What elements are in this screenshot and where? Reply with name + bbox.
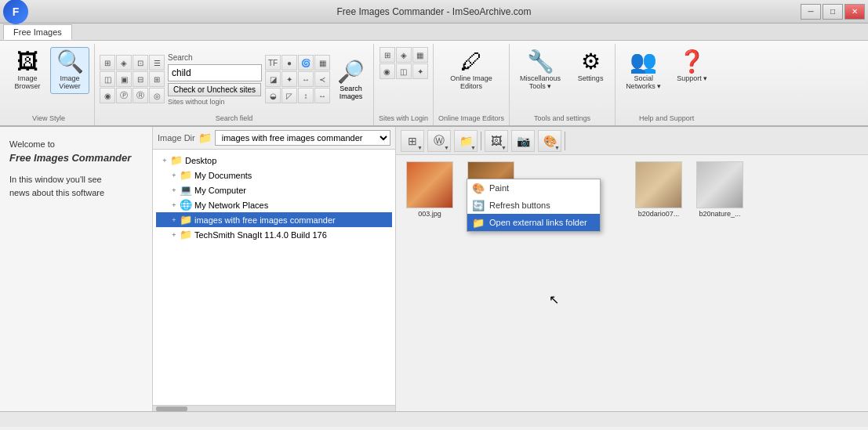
window-title: Free Images Commander - ImSeoArchive.com bbox=[336, 6, 531, 17]
tree-scrollbar[interactable] bbox=[153, 405, 395, 411]
context-menu-paint[interactable]: 🎨 Paint bbox=[467, 179, 600, 197]
image-select-button[interactable]: 🖼 bbox=[485, 130, 508, 152]
color-button[interactable]: 🎨 bbox=[538, 130, 561, 152]
sl-icon-5[interactable]: ◫ bbox=[396, 63, 412, 79]
sites-login-icon-grid: ⊞ ◈ ▦ ◉ ◫ ✦ bbox=[380, 47, 428, 96]
check-sites-dropdown[interactable]: Check or Uncheck sites bbox=[168, 83, 261, 96]
image-browser-button[interactable]: 🖼 ImageBrowser bbox=[8, 47, 47, 94]
path-dropdown[interactable]: images with free images commander bbox=[215, 130, 390, 146]
help-group: 👥 SocialNetworks ▾ ❓ Support ▾ Help and … bbox=[616, 44, 717, 125]
tree-item-desktop[interactable]: + 📁 Desktop bbox=[156, 153, 392, 168]
context-menu-paint-label: Paint bbox=[489, 183, 509, 193]
folder-free-images-icon: 📁 bbox=[180, 214, 192, 226]
expander-my-network: + bbox=[169, 201, 180, 209]
app-title: Free Images Commander bbox=[9, 152, 143, 164]
view-style-group: 🖼 ImageBrowser 🔍 ImageViewer View Style bbox=[3, 44, 95, 125]
icon-cell-8[interactable]: ⊞ bbox=[149, 71, 165, 87]
search-input[interactable] bbox=[168, 64, 262, 81]
support-button[interactable]: ❓ Support ▾ bbox=[671, 47, 713, 86]
refresh-icon: 🔄 bbox=[472, 200, 485, 211]
login-icon-9[interactable]: ◒ bbox=[265, 88, 281, 103]
icon-cell-4[interactable]: ☰ bbox=[149, 55, 165, 70]
thumbnail-b20nature[interactable]: b20nature_... bbox=[692, 161, 747, 218]
login-icon-4[interactable]: ▦ bbox=[314, 55, 330, 70]
camera-button[interactable]: 📷 bbox=[511, 130, 535, 152]
search-wrapper bbox=[168, 64, 262, 81]
folder-my-computer-icon: 💻 bbox=[180, 184, 192, 196]
sl-icon-4[interactable]: ◉ bbox=[380, 63, 395, 79]
icon-cell-1[interactable]: ⊞ bbox=[100, 55, 115, 70]
icon-cell-11[interactable]: Ⓡ bbox=[133, 88, 148, 103]
search-field-group: ⊞ ◈ ⊡ ☰ ◫ ▣ ⊟ ⊞ ◉ Ⓟ Ⓡ ◎ Search bbox=[95, 44, 374, 125]
expander-desktop: + bbox=[159, 157, 170, 164]
right-container: ⊞ Ⓦ 📁 🖼 📷 🎨 003.jpg IMG... 🎨 bbox=[396, 127, 868, 411]
expander-my-computer: + bbox=[169, 186, 180, 194]
open-folder-icon: 📁 bbox=[472, 217, 485, 229]
icon-cell-3[interactable]: ⊡ bbox=[133, 55, 148, 70]
login-icon-1[interactable]: TF bbox=[265, 55, 281, 70]
search-images-button[interactable]: 🔎 SearchImages bbox=[333, 55, 369, 104]
tree-item-my-docs[interactable]: + 📁 My Documents bbox=[156, 168, 392, 182]
thumb-img-b20dario bbox=[635, 161, 682, 208]
mouse-cursor: ↖ bbox=[549, 292, 559, 307]
login-icon-2[interactable]: ● bbox=[281, 55, 297, 70]
grid-view-button[interactable]: ⊞ bbox=[401, 130, 424, 152]
login-icon-6[interactable]: ✦ bbox=[281, 71, 297, 87]
login-icon-5[interactable]: ◪ bbox=[265, 71, 281, 87]
icon-cell-10[interactable]: Ⓟ bbox=[116, 88, 132, 103]
maximize-button[interactable]: □ bbox=[823, 4, 843, 20]
minimize-button[interactable]: ─ bbox=[801, 4, 821, 20]
icon-cell-9[interactable]: ◉ bbox=[100, 88, 115, 103]
misc-tools-button[interactable]: 🔧 MiscellanousTools ▾ bbox=[514, 47, 566, 94]
login-icon-11[interactable]: ↕ bbox=[298, 88, 314, 103]
view-style-label: View Style bbox=[32, 111, 65, 122]
tree-item-my-network[interactable]: + 🌐 My Network Places bbox=[156, 197, 392, 212]
paint-icon: 🎨 bbox=[472, 182, 485, 194]
login-icon-10[interactable]: ◸ bbox=[281, 88, 297, 103]
close-button[interactable]: ✕ bbox=[844, 4, 865, 20]
folder-header-icon: 📁 bbox=[198, 132, 212, 144]
image-viewer-button[interactable]: 🔍 ImageViewer bbox=[50, 47, 89, 94]
icon-cell-6[interactable]: ▣ bbox=[116, 71, 132, 87]
sl-icon-1[interactable]: ⊞ bbox=[380, 47, 395, 63]
settings-button[interactable]: ⚙ Settings bbox=[571, 47, 610, 86]
folder-snagit-icon: 📁 bbox=[180, 229, 192, 240]
login-icon-3[interactable]: 🌀 bbox=[298, 55, 314, 70]
tools-group: 🔧 MiscellanousTools ▾ ⚙ Settings Tools a… bbox=[510, 44, 616, 125]
icon-cell-12[interactable]: ◎ bbox=[149, 88, 165, 103]
tab-bar: Free Images bbox=[0, 23, 868, 41]
folder-view-button[interactable]: 📁 bbox=[454, 130, 478, 152]
icon-cell-2[interactable]: ◈ bbox=[116, 55, 132, 70]
icon-cell-7[interactable]: ⊟ bbox=[133, 71, 148, 87]
app-logo: F bbox=[3, 0, 28, 24]
login-icon-grid: TF ● 🌀 ▦ ◪ ✦ ↔ ≺ ◒ ◸ ↕ ↔ bbox=[265, 55, 330, 103]
login-icon-7[interactable]: ↔ bbox=[298, 71, 314, 87]
login-icon-8[interactable]: ≺ bbox=[314, 71, 330, 87]
tree-item-my-computer[interactable]: + 💻 My Computer bbox=[156, 182, 392, 197]
login-icons-area: TF ● 🌀 ▦ ◪ ✦ ↔ ≺ ◒ ◸ ↕ ↔ bbox=[265, 55, 330, 103]
image-grid: 003.jpg IMG... 🎨 Paint 🔄 Refresh buttons… bbox=[396, 155, 868, 411]
wordpress-button[interactable]: Ⓦ bbox=[427, 130, 451, 152]
thumbnail-b20dario[interactable]: b20dario07... bbox=[631, 161, 686, 218]
tree-item-snagit[interactable]: + 📁 TechSmith SnagIt 11.4.0 Build 176 bbox=[156, 227, 392, 242]
tree-item-free-images[interactable]: + 📁 images with free images commander bbox=[156, 212, 392, 227]
tree-area[interactable]: + 📁 Desktop + 📁 My Documents + 💻 My Comp… bbox=[153, 150, 395, 405]
online-editors-button[interactable]: 🖊 Online ImageEditors bbox=[445, 47, 498, 94]
social-networks-button[interactable]: 👥 SocialNetworks ▾ bbox=[620, 47, 666, 94]
tab-free-images[interactable]: Free Images bbox=[3, 24, 72, 40]
context-menu-open-folder[interactable]: 📁 Open external links folder bbox=[467, 214, 600, 231]
login-icon-12[interactable]: ↔ bbox=[314, 88, 330, 103]
context-menu-refresh[interactable]: 🔄 Refresh buttons bbox=[467, 197, 600, 214]
icon-cell-5[interactable]: ◫ bbox=[100, 71, 115, 87]
folder-desktop-icon: 📁 bbox=[170, 154, 183, 166]
sl-icon-3[interactable]: ▦ bbox=[412, 47, 428, 63]
sites-without-login-label: Sites without login bbox=[168, 98, 225, 106]
expander-snagit: + bbox=[169, 231, 180, 239]
thumbnail-003[interactable]: 003.jpg bbox=[402, 161, 457, 218]
image-viewer-icon: 🔍 bbox=[56, 51, 84, 73]
sl-icon-6[interactable]: ✦ bbox=[412, 63, 428, 79]
sl-icon-2[interactable]: ◈ bbox=[396, 47, 412, 63]
online-editors-icon: 🖊 bbox=[460, 51, 482, 73]
help-label: Help and Support bbox=[639, 111, 694, 122]
expander-free-images: + bbox=[169, 216, 180, 224]
